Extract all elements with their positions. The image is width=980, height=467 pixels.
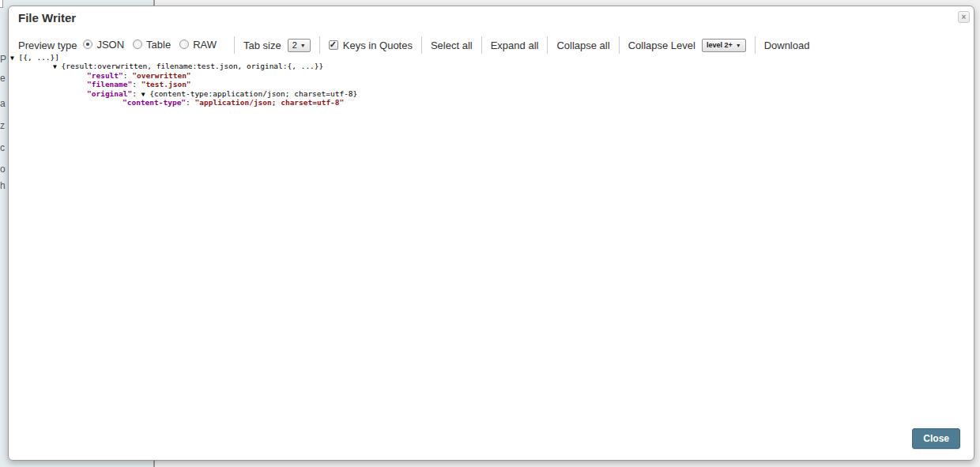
json-plain: {content-type:application/json; charset=… — [145, 89, 357, 98]
json-value: "application/json; charset=utf-8" — [195, 98, 345, 107]
json-key: "original" — [87, 89, 132, 98]
file-writer-dialog: File Writer × Preview type JSONTableRAW … — [8, 6, 974, 461]
keys-in-quotes-checkbox[interactable]: ✓ Keys in Quotes — [329, 40, 413, 51]
preview-type-options: JSONTableRAW — [83, 39, 225, 52]
radio-icon — [179, 40, 189, 49]
select-all-button[interactable]: Select all — [431, 40, 473, 51]
background-text-fragment: P — [0, 54, 7, 65]
chevron-down-icon: ▼ — [300, 43, 306, 48]
download-button[interactable]: Download — [764, 40, 810, 51]
json-key: "result" — [87, 71, 123, 80]
preview-type-radio-json[interactable]: JSON — [83, 39, 124, 51]
close-button[interactable]: Close — [912, 428, 960, 449]
collapse-level-label: Collapse Level — [628, 40, 695, 51]
radio-label: Table — [146, 39, 171, 51]
json-value: "overwritten" — [132, 71, 190, 80]
tab-size-label: Tab size — [243, 40, 281, 51]
json-tree-line: ▼ {result:overwritten, filename:test.jso… — [9, 62, 971, 70]
dialog-title: File Writer — [18, 11, 76, 24]
json-tree-line: "result": "overwritten" — [9, 71, 971, 80]
json-tree-line: "original": ▼ {content-type:application/… — [9, 89, 971, 98]
collapse-level-value: level 2+ — [707, 41, 733, 49]
toolbar-separator — [319, 36, 320, 54]
json-tree-line: "filename": "test.json" — [9, 80, 971, 89]
json-key: "filename" — [87, 80, 132, 89]
preview-type-label: Preview type — [18, 40, 77, 51]
json-tree-view: ▼ [{, ...}]▼ {result:overwritten, filena… — [9, 53, 971, 107]
toolbar-separator — [547, 36, 548, 54]
json-tree-line: ▼ [{, ...}] — [9, 53, 971, 62]
background-text-fragment: o — [0, 164, 7, 175]
radio-label: RAW — [193, 39, 217, 51]
json-punct: : — [132, 89, 141, 98]
tab-size-select[interactable]: 2 ▼ — [288, 39, 311, 52]
json-tree-line: "content-type": "application/json; chars… — [9, 98, 971, 107]
background-text-fragment: h — [0, 180, 7, 191]
collapse-level-select[interactable]: level 2+ ▼ — [702, 39, 746, 52]
radio-label: JSON — [96, 39, 124, 51]
expand-all-button[interactable]: Expand all — [491, 40, 539, 51]
toolbar-separator — [421, 36, 422, 54]
json-value: "test.json" — [141, 80, 191, 89]
background-widget-fragment — [0, 0, 3, 8]
radio-icon — [133, 40, 142, 49]
background-text-fragment: e — [0, 73, 7, 84]
json-plain: [{, ...}] — [14, 53, 59, 62]
json-plain: {result:overwritten, filename:test.json,… — [57, 62, 323, 70]
chevron-down-icon: ▼ — [736, 43, 741, 48]
preview-type-radio-raw[interactable]: RAW — [179, 39, 217, 51]
radio-icon — [83, 40, 92, 49]
background-text-fragment: z — [0, 120, 7, 131]
json-punct: : — [186, 98, 194, 107]
toolbar-separator — [619, 36, 620, 54]
keys-in-quotes-label: Keys in Quotes — [343, 40, 413, 51]
close-icon[interactable]: × — [958, 11, 970, 23]
json-key: "content-type" — [122, 98, 186, 107]
background-text-fragment: c — [0, 142, 7, 153]
toolbar-separator — [755, 36, 756, 54]
toolbar-separator — [234, 36, 235, 54]
toolbar-separator — [481, 36, 482, 54]
toolbar: Preview type JSONTableRAW Tab size 2 ▼ ✓… — [18, 36, 964, 55]
json-punct: : — [123, 71, 132, 80]
tab-size-value: 2 — [292, 40, 297, 50]
json-punct: : — [132, 80, 141, 89]
checkbox-icon: ✓ — [329, 40, 338, 50]
collapse-all-button[interactable]: Collapse all — [556, 40, 609, 51]
background-text-fragment: a — [0, 98, 7, 109]
preview-type-radio-table[interactable]: Table — [133, 39, 171, 51]
